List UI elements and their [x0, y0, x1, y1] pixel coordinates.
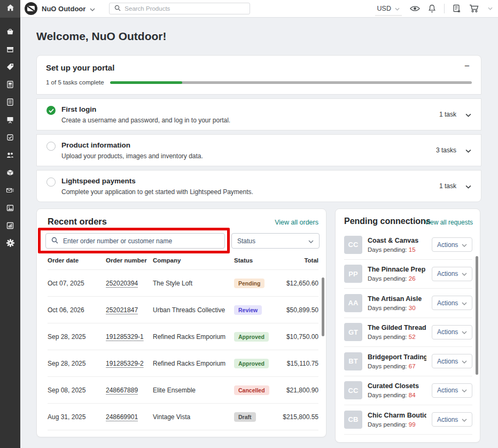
sidebar-item-products[interactable]	[0, 58, 20, 75]
days-pending-label: Days pending:	[368, 334, 407, 340]
progress-bar	[110, 81, 472, 84]
notifications-bell-icon[interactable]	[428, 4, 436, 13]
order-number-link[interactable]: 191285329-1	[106, 333, 153, 341]
bar-chart-icon	[6, 221, 14, 230]
actions-dropdown[interactable]: Actions	[432, 325, 472, 339]
catalog-icon	[6, 80, 14, 89]
task-count: 3 tasks	[436, 146, 456, 154]
sidebar-item-inventory[interactable]	[0, 164, 20, 181]
chevron-down-icon	[462, 299, 467, 307]
preview-eye-icon[interactable]	[410, 5, 420, 12]
chevron-down-icon	[462, 328, 467, 336]
actions-dropdown[interactable]: Actions	[432, 237, 472, 252]
sidebar-item-media[interactable]	[0, 199, 20, 217]
avatar: BT	[344, 352, 362, 370]
search-icon	[114, 4, 121, 13]
actions-dropdown[interactable]: Actions	[432, 267, 472, 281]
topbar: NuO Outdoor USD	[20, 0, 498, 18]
progress-bar-fill	[110, 81, 182, 84]
order-company: Refined Racks Emporium	[153, 333, 234, 341]
quotes-receipt-star-icon[interactable]	[453, 4, 461, 13]
sidebar-item-orders[interactable]	[0, 22, 20, 40]
order-company: Refined Racks Emporium	[153, 360, 234, 367]
table-row: Sep 28, 2025 191285329-2 Refined Racks E…	[48, 350, 318, 377]
store-switcher[interactable]: NuO Outdoor	[25, 2, 95, 15]
view-all-orders-link[interactable]: View all orders	[275, 219, 318, 226]
currency-selector[interactable]: USD	[375, 2, 402, 16]
sidebar-item-lists[interactable]	[0, 93, 20, 111]
task-expand-control[interactable]: 1 task	[439, 181, 471, 191]
page-title: Welcome, NuO Outdoor!	[36, 30, 166, 43]
view-all-requests-link[interactable]: View all requests	[425, 219, 473, 226]
connections-scrollbar[interactable]	[476, 256, 478, 375]
sidebar-item-home[interactable]	[0, 0, 20, 18]
orders-scrollbar[interactable]	[322, 277, 324, 336]
store-name: NuO Outdoor	[42, 5, 85, 13]
column-header: Status	[234, 257, 282, 264]
days-pending-label: Days pending:	[368, 246, 407, 253]
order-number-link[interactable]: 248667889	[106, 387, 153, 394]
task-row-product-information[interactable]: Product information Upload your products…	[36, 134, 481, 166]
task-expand-control[interactable]: 1 task	[439, 110, 471, 119]
task-count: 1 task	[439, 182, 456, 190]
collapse-button[interactable]: −	[462, 63, 472, 69]
order-total: $50,899.50	[286, 306, 318, 314]
sidebar-item-tasks[interactable]	[0, 128, 20, 146]
sidebar-item-settings[interactable]	[0, 234, 20, 252]
chevron-down-icon	[90, 4, 95, 13]
avatar: CC	[344, 381, 362, 399]
task-complete-check-icon	[46, 106, 56, 115]
order-number-link[interactable]: 252021847	[106, 306, 153, 314]
users-icon	[6, 151, 14, 159]
connection-name: Chic Charm Boutique	[368, 412, 426, 419]
actions-dropdown[interactable]: Actions	[432, 383, 472, 398]
task-description: Upload your products, images and invento…	[61, 152, 203, 160]
sidebar-item-campaigns[interactable]	[0, 181, 20, 199]
order-total: $215,800.55	[283, 413, 318, 421]
setup-portal-header: Set up your portal − 1 of 5 tasks comple…	[36, 55, 481, 95]
connections-list: CC Coast & Canvas Days pending: 15 Actio…	[344, 230, 472, 435]
column-header: Total	[304, 257, 318, 264]
sidebar-item-customers[interactable]	[0, 146, 20, 164]
recent-orders-title: Recent orders	[48, 217, 107, 227]
sidebar-item-storefront[interactable]	[0, 40, 20, 58]
order-total: $21,800.90	[286, 387, 318, 394]
cart-chevron-down-icon[interactable]	[488, 7, 493, 10]
actions-dropdown[interactable]: Actions	[432, 412, 472, 427]
order-company: Vintage Vista	[153, 413, 234, 421]
task-expand-control[interactable]: 3 tasks	[436, 145, 471, 155]
storefront-icon	[6, 45, 14, 53]
chevron-down-icon	[462, 416, 467, 423]
cart-icon[interactable]	[469, 4, 480, 13]
recent-orders-card: Recent orders View all orders Status Ord…	[36, 208, 326, 437]
list-item: AA The Artisan Aisle Days pending: 30 Ac…	[344, 289, 472, 318]
pending-connections-title: Pending connections	[344, 217, 431, 226]
product-search-input[interactable]	[124, 5, 245, 12]
actions-dropdown[interactable]: Actions	[432, 354, 472, 368]
sidebar-item-reports[interactable]	[0, 217, 20, 234]
status-badge: Review	[234, 305, 262, 315]
task-incomplete-circle-icon	[46, 142, 56, 151]
task-row-lightspeed-payments[interactable]: Lightspeed payments Complete your applic…	[36, 170, 481, 202]
order-number-link[interactable]: 248669901	[106, 413, 153, 421]
actions-dropdown[interactable]: Actions	[432, 296, 472, 310]
orders-table-header: Order date Order number Company Status T…	[48, 257, 318, 264]
table-row: Oct 07, 2025 252020394 The Style Loft Pe…	[48, 270, 318, 297]
order-date: Oct 07, 2025	[48, 280, 106, 287]
days-pending-label: Days pending:	[368, 305, 407, 311]
actions-label: Actions	[437, 387, 458, 394]
status-filter-label: Status	[237, 237, 255, 245]
task-title: Lightspeed payments	[61, 177, 253, 185]
order-search-input[interactable]	[63, 237, 219, 245]
sidebar-item-catalog[interactable]	[0, 75, 20, 93]
status-filter-dropdown[interactable]: Status	[231, 233, 320, 249]
days-pending-label: Days pending:	[368, 363, 407, 369]
connection-name: The Pinnacle Prep	[368, 266, 425, 273]
task-row-first-login[interactable]: First login Create a username and passwo…	[36, 98, 481, 130]
order-number-link[interactable]: 252020394	[106, 280, 153, 287]
days-pending-label: Days pending:	[368, 275, 407, 282]
days-pending-value: 84	[409, 392, 416, 398]
task-count: 1 task	[439, 111, 456, 118]
order-number-link[interactable]: 191285329-2	[106, 360, 153, 367]
sidebar-item-presentations[interactable]	[0, 111, 20, 128]
